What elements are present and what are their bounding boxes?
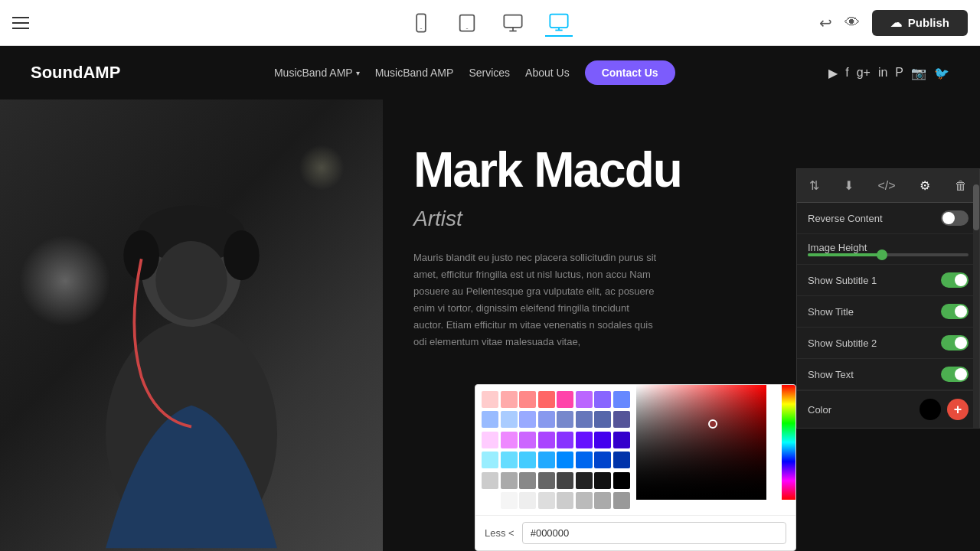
color-swatch[interactable] — [557, 411, 573, 428]
small-desktop-device-icon[interactable] — [499, 9, 527, 37]
color-swatch[interactable] — [501, 452, 518, 468]
cloud-icon: ☁ — [890, 16, 902, 30]
color-swatch[interactable] — [613, 452, 630, 468]
color-swatch[interactable] — [538, 432, 555, 448]
color-swatch[interactable] — [519, 492, 536, 509]
twitter-icon[interactable]: 🐦 — [934, 66, 949, 80]
show-subtitle2-row: Show Subtitle 2 — [797, 328, 979, 359]
color-row: Color + — [797, 390, 979, 428]
sort-icon[interactable]: ⇅ — [803, 175, 825, 196]
tablet-device-icon[interactable] — [453, 9, 481, 37]
image-height-slider[interactable] — [808, 253, 969, 256]
color-swatch[interactable] — [557, 472, 573, 489]
color-swatch[interactable] — [576, 472, 593, 489]
color-swatch[interactable] — [594, 492, 611, 509]
color-picker-cursor[interactable] — [708, 419, 717, 429]
color-swatch[interactable] — [482, 391, 498, 408]
color-swatch[interactable] — [613, 472, 630, 489]
nav-link-services[interactable]: Services — [469, 67, 510, 79]
color-swatch[interactable] — [501, 411, 518, 428]
color-hex-input[interactable] — [522, 522, 786, 544]
color-swatch[interactable] — [519, 411, 536, 428]
color-swatch[interactable] — [501, 391, 518, 408]
instagram-icon[interactable]: 📷 — [911, 66, 926, 80]
color-swatch[interactable] — [613, 411, 630, 428]
color-swatch[interactable] — [576, 391, 593, 408]
color-swatch[interactable] — [538, 411, 555, 428]
nav-link-about[interactable]: About Us — [525, 67, 570, 79]
color-swatch[interactable] — [576, 492, 593, 509]
color-swatch[interactable] — [519, 452, 536, 468]
download-icon[interactable]: ⬇ — [838, 175, 860, 196]
color-swatch-preview[interactable] — [920, 399, 941, 420]
pinterest-icon[interactable]: P — [895, 66, 903, 80]
color-swatch[interactable] — [594, 452, 611, 468]
color-swatch[interactable] — [501, 492, 518, 509]
delete-icon[interactable]: 🗑 — [949, 176, 973, 196]
color-swatch[interactable] — [557, 391, 573, 408]
color-swatch[interactable] — [482, 411, 498, 428]
color-swatch[interactable] — [594, 472, 611, 489]
desktop-device-icon[interactable] — [545, 9, 573, 37]
scrollbar-thumb[interactable] — [973, 184, 979, 230]
show-text-toggle[interactable] — [941, 367, 969, 382]
slider-thumb[interactable] — [877, 249, 887, 260]
nav-link-musicband[interactable]: MusicBand AMP — [375, 67, 454, 79]
youtube-icon[interactable]: ▶ — [828, 66, 838, 80]
publish-button[interactable]: ☁ Publish — [872, 10, 968, 36]
reverse-content-label: Reverse Content — [808, 213, 883, 224]
color-swatch[interactable] — [519, 472, 536, 489]
color-swatch[interactable] — [594, 391, 611, 408]
code-icon[interactable]: </> — [871, 176, 901, 196]
svg-rect-4 — [504, 15, 521, 27]
image-height-row: Image Height — [797, 234, 979, 265]
toolbar-left — [12, 17, 29, 29]
show-title-toggle[interactable] — [941, 304, 969, 319]
preview-icon[interactable]: 👁 — [844, 14, 860, 31]
hamburger-icon[interactable] — [12, 17, 29, 29]
color-swatch[interactable] — [501, 432, 518, 448]
color-swatch[interactable] — [594, 432, 611, 448]
color-swatch[interactable] — [557, 492, 573, 509]
less-button[interactable]: Less < — [485, 527, 514, 539]
color-swatch[interactable] — [576, 411, 593, 428]
color-swatch[interactable] — [613, 492, 630, 509]
color-swatch[interactable] — [519, 391, 536, 408]
color-swatch[interactable] — [538, 472, 555, 489]
color-swatch[interactable] — [519, 432, 536, 448]
mobile-device-icon[interactable] — [407, 9, 435, 37]
settings-content: Reverse Content Image Height Show Subtit… — [797, 203, 979, 390]
color-swatch[interactable] — [482, 432, 498, 448]
settings-toolbar: ⇅ ⬇ </> ⚙ 🗑 — [797, 169, 979, 203]
googleplus-icon[interactable]: g+ — [857, 66, 871, 80]
nav-link-musicband-dropdown[interactable]: MusicBand AMP — [274, 67, 360, 79]
color-swatch[interactable] — [538, 452, 555, 468]
color-swatch[interactable] — [613, 432, 630, 448]
color-swatch[interactable] — [482, 492, 498, 509]
settings-gear-icon[interactable]: ⚙ — [913, 175, 936, 196]
color-swatch[interactable] — [538, 391, 555, 408]
undo-icon[interactable]: ↩ — [819, 14, 832, 32]
color-swatch[interactable] — [576, 452, 593, 468]
color-swatch[interactable] — [538, 492, 555, 509]
linkedin-icon[interactable]: in — [878, 66, 887, 80]
facebook-icon[interactable]: f — [845, 66, 848, 80]
toolbar-center — [407, 9, 573, 37]
show-subtitle2-toggle[interactable] — [941, 335, 969, 350]
color-swatch[interactable] — [594, 411, 611, 428]
show-subtitle1-toggle[interactable] — [941, 272, 969, 288]
color-swatch[interactable] — [482, 452, 498, 468]
color-gradient-picker[interactable] — [636, 385, 795, 515]
color-swatch[interactable] — [482, 472, 498, 489]
color-swatch[interactable] — [501, 472, 518, 489]
color-swatch[interactable] — [576, 432, 593, 448]
color-swatch[interactable] — [557, 452, 573, 468]
color-swatches-grid — [475, 385, 636, 515]
color-swatch[interactable] — [613, 391, 630, 408]
color-swatch[interactable] — [557, 432, 573, 448]
contact-us-button[interactable]: Contact Us — [585, 60, 675, 85]
gradient-canvas[interactable] — [636, 385, 766, 500]
add-color-button[interactable]: + — [947, 399, 969, 420]
reverse-content-toggle[interactable] — [941, 210, 969, 226]
hue-slider[interactable] — [782, 385, 795, 500]
